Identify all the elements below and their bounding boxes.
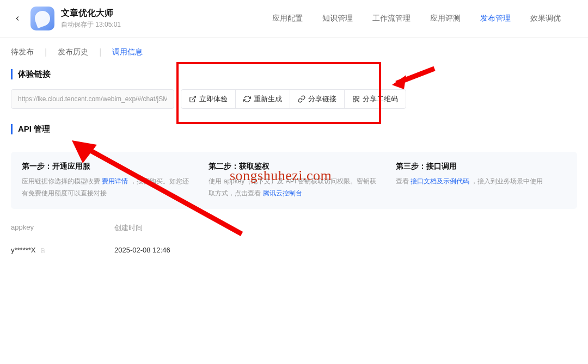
header: 文章优化大师 自动保存于 13:05:01 应用配置 知识管理 工作流管理 应用… [0,0,588,38]
step-title: 第三步：接口调用 [396,162,566,171]
app-icon [30,7,54,30]
col-appkey: appkey [11,223,114,233]
step-3: 第三步：接口调用 查看 接口文档及示例代码 ，接入到业务场景中使用 [396,162,566,199]
sub-tab-pending[interactable]: 待发布 [11,47,34,57]
console-link[interactable]: 腾讯云控制台 [263,189,302,197]
pricing-link[interactable]: 费用详情 [102,177,128,185]
step-desc: 应用链据你选择的模型收费 费用详情 ，按需购买。如您还有免费使用额度可以直接对接 [22,176,192,199]
step-desc: 使用 appkey（见下文）及 API 密钥获取访问权限。密钥获取方式，点击查看… [209,176,379,199]
nav-tabs: 应用配置 知识管理 工作流管理 应用评测 发布管理 效果调优 [272,11,561,26]
section-experience-link: 体验链接 立即体验 重新生成 分享链接 分享二维码 [0,61,588,116]
svg-rect-1 [357,96,359,98]
step-title: 第一步：开通应用服 [22,162,192,171]
step-2: 第二步：获取鉴权 使用 appkey（见下文）及 API 密钥获取访问权限。密钥… [209,162,379,199]
btn-label: 分享链接 [308,94,336,104]
svg-rect-2 [353,100,356,102]
step-desc: 查看 接口文档及示例代码 ，接入到业务场景中使用 [396,176,566,188]
qrcode-icon [352,95,360,103]
regenerate-button[interactable]: 重新生成 [235,89,290,109]
svg-rect-4 [358,101,359,102]
tab-separator: | [99,47,101,57]
copy-icon[interactable]: ⎘ [41,247,45,254]
step-text: 查看 [396,177,409,185]
share-qr-button[interactable]: 分享二维码 [344,89,406,109]
btn-label: 重新生成 [254,94,282,104]
nav-tab-tuning[interactable]: 效果调优 [530,11,561,26]
docs-link[interactable]: 接口文档及示例代码 [411,177,469,185]
btn-label: 分享二维码 [363,94,398,104]
step-title: 第二步：获取鉴权 [209,162,379,171]
created-time: 2025-02-08 12:46 [114,246,577,254]
nav-tab-config[interactable]: 应用配置 [272,11,303,26]
app-title: 文章优化大师 [61,8,121,19]
external-icon [189,95,197,103]
back-button[interactable] [11,12,24,25]
svg-rect-0 [353,96,356,98]
nav-tab-workflow[interactable]: 工作流管理 [372,11,411,26]
link-row: 立即体验 重新生成 分享链接 分享二维码 [11,89,577,109]
nav-tab-knowledge[interactable]: 知识管理 [322,11,353,26]
nav-tab-eval[interactable]: 应用评测 [430,11,461,26]
sub-tab-api[interactable]: 调用信息 [112,47,143,57]
link-button-group: 立即体验 重新生成 分享链接 分享二维码 [181,89,406,109]
step-text: ，接入到业务场景中使用 [471,177,543,185]
tab-separator: | [45,47,47,57]
sub-tab-history[interactable]: 发布历史 [58,47,88,57]
try-now-button[interactable]: 立即体验 [181,89,236,109]
app-info: 文章优化大师 自动保存于 13:05:01 [61,8,121,29]
col-created: 创建时间 [114,223,577,233]
btn-label: 立即体验 [199,94,228,104]
nav-tab-publish[interactable]: 发布管理 [480,11,511,26]
sub-tabs: 待发布 | 发布历史 | 调用信息 [0,38,588,61]
share-link-button[interactable]: 分享链接 [290,89,345,109]
table-header: appkey 创建时间 [11,218,577,238]
experience-url-input[interactable] [11,89,174,109]
svg-rect-3 [357,100,358,101]
section-api: API 管理 [0,116,588,152]
table-row: y******X ⎘ 2025-02-08 12:46 [11,238,577,262]
api-table: appkey 创建时间 y******X ⎘ 2025-02-08 12:46 [0,209,588,270]
link-icon [298,95,305,103]
refresh-icon [243,95,251,103]
appkey-value: y******X ⎘ [11,246,114,254]
step-1: 第一步：开通应用服 应用链据你选择的模型收费 费用详情 ，按需购买。如您还有免费… [22,162,192,199]
section-title-api: API 管理 [11,124,577,134]
appkey-text: y******X [11,246,36,254]
steps-box: 第一步：开通应用服 应用链据你选择的模型收费 费用详情 ，按需购买。如您还有免费… [11,152,577,209]
step-text: 应用链据你选择的模型收费 [22,177,100,185]
section-title-link: 体验链接 [11,69,577,79]
app-subtitle: 自动保存于 13:05:01 [61,20,121,29]
